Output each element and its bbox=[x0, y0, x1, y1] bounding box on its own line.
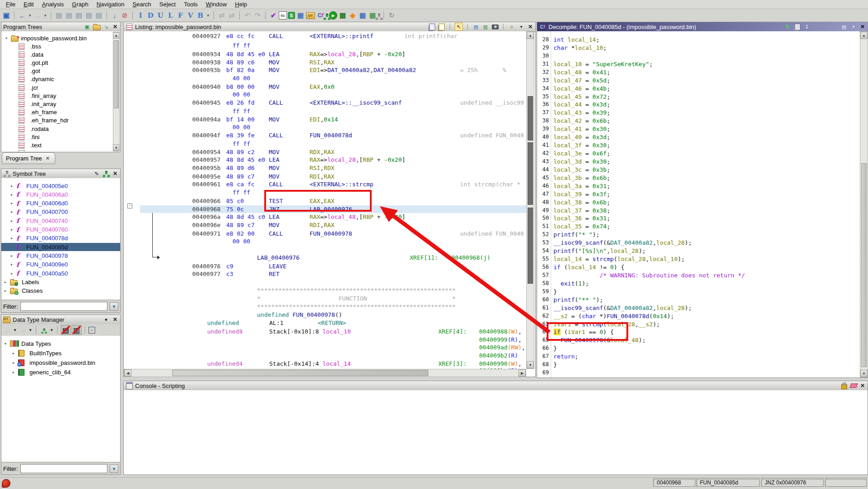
listing-row[interactable]: 00400971e8 02 00CALLFUN_00400978undefine… bbox=[124, 230, 526, 237]
program-tree-item-jcr[interactable]: .jcr bbox=[1, 83, 120, 92]
decompile-line[interactable]: local_42 = 0x6b; bbox=[553, 117, 610, 124]
menu-item-window[interactable]: Window bbox=[202, 0, 231, 9]
expander-icon[interactable]: ▸ bbox=[10, 228, 14, 232]
decompile-line[interactable]: local_3b = 0x6b; bbox=[553, 174, 610, 181]
listing-row[interactable]: 0040095e48 89 c7MOVRDI,RAX bbox=[124, 173, 526, 180]
properties-icon[interactable]: ▤ bbox=[840, 23, 848, 30]
listing-row[interactable]: undefined FUN_00400978() bbox=[124, 311, 526, 319]
back-caret-icon[interactable]: ▾ bbox=[28, 11, 32, 20]
listing-row[interactable]: ff ff bbox=[124, 42, 526, 49]
script-manager-icon[interactable]: S bbox=[288, 12, 295, 19]
listing-row[interactable]: 0040096685 c0TESTEAX,EAX bbox=[124, 197, 526, 205]
decompile-line[interactable]: return; bbox=[553, 353, 578, 360]
decompile-line[interactable]: __isoc99_scanf(&DAT_00400a82,local_28); bbox=[553, 239, 692, 246]
back-icon[interactable]: ← bbox=[18, 11, 27, 20]
listing-row[interactable]: 00400927e8 cc fcCALL<EXTERNAL>::printfin… bbox=[124, 32, 526, 40]
symbol-tree-item-FUN_00400978[interactable]: ▸fFUN_00400978 bbox=[1, 252, 120, 260]
decompile-line[interactable]: local_48 = 0x41; bbox=[553, 69, 610, 76]
decompile-line[interactable]: local_45 = 0x72; bbox=[553, 93, 610, 100]
copy-block-icon[interactable]: ▤ bbox=[54, 11, 63, 20]
back-caret-icon[interactable]: ▾ bbox=[13, 325, 17, 334]
data-caret-icon[interactable]: ▾ bbox=[206, 11, 210, 20]
close-icon[interactable]: ✕ bbox=[859, 24, 866, 30]
expander-icon[interactable]: ▸ bbox=[3, 280, 8, 284]
program-tree-scrollbar[interactable]: ▲ ▼ bbox=[113, 32, 120, 151]
expander-icon[interactable]: ▸ bbox=[11, 361, 16, 365]
decompile-line[interactable]: local_43 = 0x39; bbox=[553, 109, 610, 116]
decompile-line[interactable]: local_3d = 0x30; bbox=[553, 158, 610, 165]
symbol-tree-item-FUN_0040078d[interactable]: ▸fFUN_0040078d bbox=[1, 234, 120, 242]
scroll-left-icon[interactable]: ◀ bbox=[124, 369, 131, 377]
program-tree-item-rodata[interactable]: .rodata bbox=[1, 125, 120, 133]
create-tree-icon[interactable]: ▣ bbox=[83, 23, 91, 30]
decompile-line[interactable]: char *local_10; bbox=[553, 44, 606, 51]
listing-row[interactable]: undefinedAL:1<RETURN> bbox=[124, 319, 526, 327]
listing-row[interactable]: 00400976c9LEAVE bbox=[124, 262, 526, 270]
forward-icon[interactable]: → bbox=[33, 11, 42, 20]
letter-v-icon[interactable]: V bbox=[186, 11, 195, 20]
filter-arrays-icon[interactable]: ▤ bbox=[61, 325, 71, 335]
program-tree-tab-close-icon[interactable]: ✕ bbox=[45, 155, 49, 161]
decompile-line[interactable]: } bbox=[553, 361, 557, 368]
expand-block-icon[interactable]: ▤ bbox=[84, 11, 93, 20]
letter-l-icon[interactable]: L bbox=[166, 11, 175, 20]
program-tree-item-got[interactable]: .got bbox=[1, 67, 120, 75]
symbol-tree-item-FUN_00400700[interactable]: ▸fFUN_00400700 bbox=[1, 208, 120, 216]
listing-row[interactable]: * FUNCTION * bbox=[124, 295, 526, 302]
listing-row[interactable]: 0040094abf 14 00MOVEDI,0x14 bbox=[124, 116, 526, 123]
binary-view-icon[interactable]: 01 bbox=[279, 11, 287, 19]
decompile-line[interactable]: /* WARNING: Subroutine does not return *… bbox=[553, 272, 745, 279]
export-icon[interactable]: ↧ bbox=[803, 23, 810, 30]
scroll-right-icon[interactable]: ▶ bbox=[519, 369, 526, 377]
scroll-down-icon[interactable]: ▼ bbox=[860, 370, 868, 377]
expander-icon[interactable]: ▸ bbox=[10, 245, 14, 249]
program-tree-item-fini_array[interactable]: .fini_array bbox=[1, 92, 120, 100]
decompile-line[interactable]: __isoc99_scanf(&DAT_00400a82,local_28); bbox=[553, 305, 692, 311]
symbol-tree-item-FUN_00400740[interactable]: ▸fFUN_00400740 bbox=[1, 217, 120, 225]
menu-item-search[interactable]: Search bbox=[128, 0, 155, 9]
data-type-filter-input[interactable] bbox=[20, 464, 108, 473]
symbol-tree-item-FUN_004006d0[interactable]: ▸fFUN_004006d0 bbox=[1, 199, 120, 208]
decompile-line[interactable]: iVar1 = strcmp(local_28,__s2); bbox=[553, 321, 660, 328]
header-caret-icon[interactable]: ▾ bbox=[850, 23, 857, 30]
program-tree-item-bss[interactable]: .bss bbox=[1, 42, 120, 50]
close-icon[interactable]: ✕ bbox=[112, 24, 118, 30]
expander-icon[interactable]: ▾ bbox=[3, 342, 8, 346]
decompile-line[interactable]: } bbox=[553, 288, 557, 295]
symbol-tree-item-FUN_004005e0[interactable]: ▸fFUN_004005e0 bbox=[1, 182, 120, 190]
expander-icon[interactable]: ▸ bbox=[10, 254, 14, 258]
save-tree-icon[interactable]: ↘ bbox=[102, 23, 110, 30]
decompile-line[interactable]: local_39 = 0x3f; bbox=[553, 191, 610, 198]
decompile-line[interactable]: local_3e = 0x6f; bbox=[553, 150, 610, 157]
edit-icon[interactable]: ✎ bbox=[93, 170, 100, 177]
decompile-line[interactable]: local_46 = 0x4b; bbox=[553, 85, 610, 92]
table-icon[interactable]: ▦ bbox=[358, 11, 367, 20]
scroll-down-icon[interactable]: ▼ bbox=[113, 145, 120, 151]
listing-row[interactable]: 0040096875 0cJNZLAB_00400976 bbox=[124, 205, 526, 213]
data-type-item-BuiltInTypes[interactable]: ▸BuiltInTypes bbox=[1, 349, 120, 357]
program-tree-item-partial[interactable] bbox=[1, 150, 120, 152]
menu-item-graph[interactable]: Graph bbox=[68, 0, 92, 9]
program-tree-item-fini[interactable]: .fini bbox=[1, 133, 120, 141]
listing-row[interactable]: 0040095748 8d 45 e0LEARAX=>local_28,[RBP… bbox=[124, 156, 526, 164]
listing-row[interactable]: 0040094fe8 39 feCALLFUN_0040078dundefine… bbox=[124, 131, 526, 139]
program-tree-item-init_array[interactable]: .init_array bbox=[1, 100, 120, 108]
letter-b-icon[interactable]: B bbox=[196, 11, 205, 20]
data-type-item-generic_clib_64[interactable]: ▸generic_clib_64 bbox=[1, 368, 120, 376]
letter-i-icon[interactable]: I bbox=[136, 11, 145, 20]
expander-icon[interactable]: ▸ bbox=[10, 193, 14, 197]
copy-icon[interactable] bbox=[428, 23, 436, 30]
decompile-line[interactable]: local_40 = 0x3d; bbox=[553, 134, 610, 140]
clear-console-icon[interactable] bbox=[850, 382, 857, 389]
decompile-line[interactable]: exit(1); bbox=[553, 280, 589, 287]
decompile-line[interactable]: local_44 = 0x3d; bbox=[553, 101, 610, 108]
associate-icon[interactable] bbox=[39, 325, 48, 334]
decompile-line[interactable]: FUN_00400978(&local_48); bbox=[553, 337, 646, 344]
program-tree-item-eh_frame_hdr[interactable]: .eh_frame_hdr bbox=[1, 116, 120, 125]
split-block-icon[interactable]: ▤ bbox=[74, 11, 83, 20]
decompile-line[interactable]: int local_14; bbox=[553, 36, 600, 43]
filter-pointers-icon[interactable]: ▥ bbox=[72, 325, 82, 335]
forward-caret-icon[interactable]: ▾ bbox=[43, 11, 48, 20]
validate-icon[interactable]: ✔ bbox=[269, 11, 278, 20]
decompile-line[interactable]: local_10 = "SuperSeKretKey"; bbox=[553, 61, 653, 68]
